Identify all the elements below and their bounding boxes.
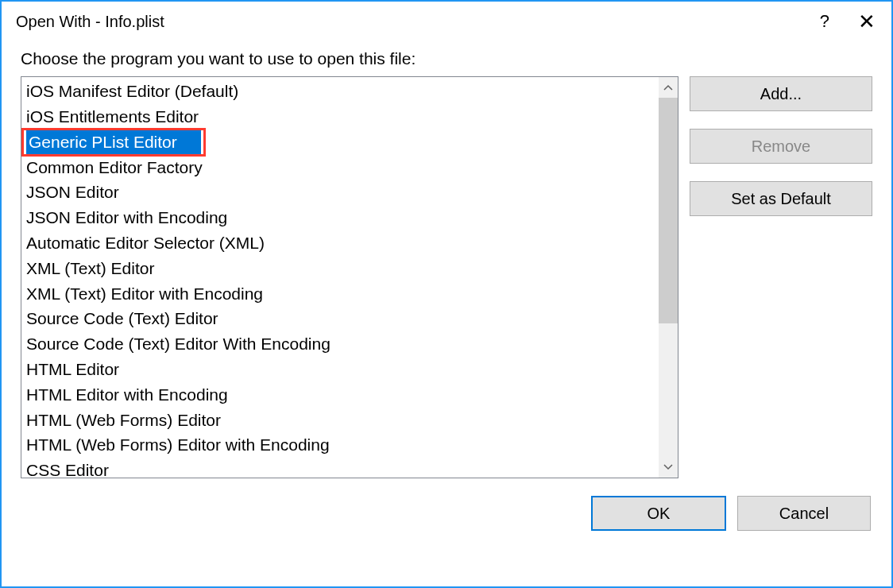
- list-item[interactable]: Source Code (Text) Editor: [21, 306, 659, 331]
- list-item[interactable]: XML (Text) Editor: [21, 256, 659, 281]
- remove-button[interactable]: Remove: [690, 129, 872, 164]
- list-item[interactable]: JSON Editor: [21, 180, 659, 205]
- ok-button[interactable]: OK: [591, 496, 726, 531]
- list-item[interactable]: HTML (Web Forms) Editor with Encoding: [21, 432, 659, 458]
- set-default-button[interactable]: Set as Default: [690, 181, 872, 216]
- list-item[interactable]: CSS Editor: [21, 458, 659, 478]
- list-item-label: Generic PList Editor: [26, 130, 201, 154]
- list-item[interactable]: HTML Editor: [21, 357, 659, 382]
- scrollbar[interactable]: [659, 77, 678, 478]
- side-buttons: Add... Remove Set as Default: [690, 76, 872, 478]
- prompt-label: Choose the program you want to use to op…: [21, 49, 872, 68]
- list-item[interactable]: Generic PList Editor: [21, 128, 206, 157]
- scroll-up-arrow[interactable]: [659, 77, 678, 98]
- list-item[interactable]: HTML Editor with Encoding: [21, 382, 659, 408]
- titlebar: Open With - Info.plist ? ✕: [2, 2, 891, 38]
- list-item[interactable]: Automatic Editor Selector (XML): [21, 230, 659, 256]
- program-listbox[interactable]: iOS Manifest Editor (Default)iOS Entitle…: [21, 76, 678, 478]
- list-item[interactable]: Common Editor Factory: [21, 155, 659, 180]
- scroll-thumb[interactable]: [659, 98, 678, 323]
- bottom-buttons: OK Cancel: [21, 496, 872, 531]
- titlebar-controls: ? ✕: [820, 10, 880, 34]
- list-item[interactable]: Source Code (Text) Editor With Encoding: [21, 331, 659, 357]
- scroll-track[interactable]: [659, 98, 678, 457]
- dialog-content: Choose the program you want to use to op…: [2, 38, 891, 547]
- window-title: Open With - Info.plist: [16, 13, 164, 31]
- list-item[interactable]: JSON Editor with Encoding: [21, 205, 659, 230]
- list-item[interactable]: iOS Manifest Editor (Default): [21, 79, 659, 104]
- close-icon[interactable]: ✕: [858, 10, 876, 34]
- main-area: iOS Manifest Editor (Default)iOS Entitle…: [21, 76, 872, 478]
- listbox-items: iOS Manifest Editor (Default)iOS Entitle…: [21, 77, 659, 478]
- add-button[interactable]: Add...: [690, 76, 872, 111]
- scroll-down-arrow[interactable]: [659, 457, 678, 478]
- list-item[interactable]: iOS Entitlements Editor: [21, 104, 659, 130]
- list-item[interactable]: HTML (Web Forms) Editor: [21, 408, 659, 433]
- help-icon[interactable]: ?: [820, 11, 829, 32]
- list-item[interactable]: XML (Text) Editor with Encoding: [21, 281, 659, 307]
- cancel-button[interactable]: Cancel: [737, 496, 871, 531]
